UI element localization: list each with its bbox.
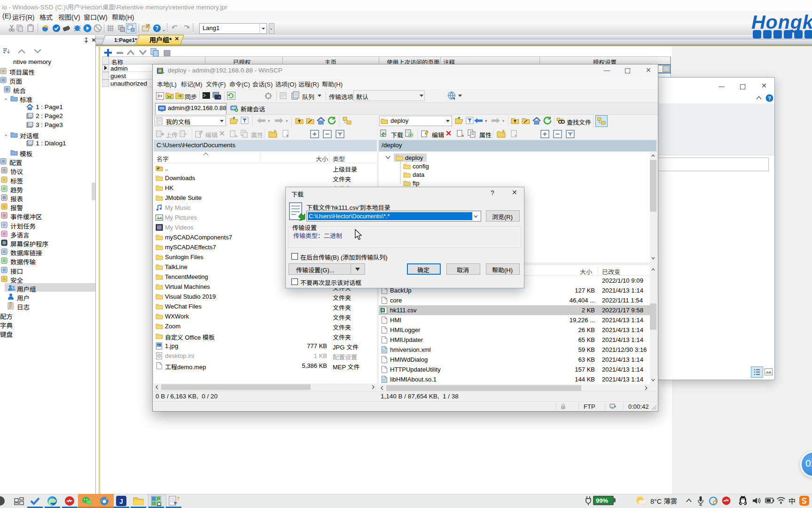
svg-text:J: J <box>119 498 123 505</box>
svg-text:?: ? <box>768 95 771 101</box>
svg-text:?: ? <box>177 496 179 501</box>
svg-text:?: ? <box>155 25 158 32</box>
